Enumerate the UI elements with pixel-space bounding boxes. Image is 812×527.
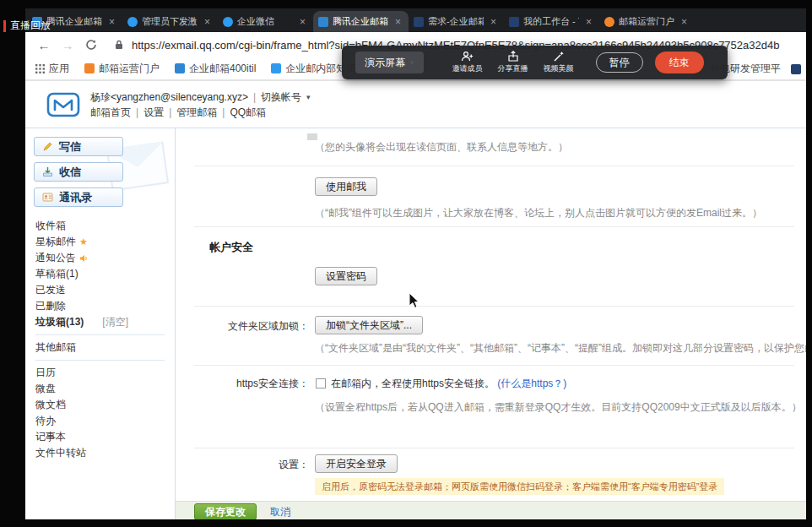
avatar-note: （您的头像将会出现在读信页面、联系人信息等地方。） bbox=[315, 140, 568, 155]
forward-button[interactable]: → bbox=[57, 35, 78, 55]
folder-announcements[interactable]: 通知公告 bbox=[25, 250, 175, 266]
folder-label: 日历 bbox=[35, 365, 56, 381]
bookmark-apps[interactable]: 应用 bbox=[35, 62, 69, 76]
speaker-icon bbox=[79, 254, 88, 263]
bookmark-label: 企业邮箱400itil bbox=[189, 62, 256, 76]
kb-favicon bbox=[271, 63, 281, 73]
sidebar-item-other-mailboxes[interactable]: 其他邮箱 bbox=[25, 340, 175, 356]
video-beauty-button[interactable]: 视频美颜 bbox=[540, 51, 577, 74]
tab-close-icon[interactable]: × bbox=[488, 16, 499, 28]
folder-label: 其他邮箱 bbox=[35, 340, 76, 356]
bookmark-favicon-only[interactable] bbox=[791, 64, 801, 74]
tab-title: 管理员下发激活码 bbox=[142, 15, 198, 28]
bookmark-label: 应用 bbox=[49, 62, 69, 76]
bookmark-itil[interactable]: 企业邮箱400itil bbox=[175, 62, 256, 76]
separator: | bbox=[169, 105, 171, 120]
reload-button[interactable] bbox=[81, 35, 101, 55]
compose-button[interactable]: 写信 bbox=[34, 137, 123, 156]
tab-close-icon[interactable]: × bbox=[202, 16, 213, 28]
folder-junk[interactable]: 垃圾箱(13) [清空] bbox=[25, 314, 175, 330]
browser-tab[interactable]: 我的工作台 - TAP × bbox=[504, 11, 599, 32]
contacts-label: 通讯录 bbox=[59, 190, 92, 205]
contacts-button[interactable]: 通讯录 bbox=[34, 187, 123, 207]
sidebar-item-todo[interactable]: 待办 bbox=[25, 413, 175, 429]
save-button[interactable]: 保存更改 bbox=[194, 503, 257, 519]
folder-label: 星标邮件 bbox=[35, 234, 76, 250]
browser-tab[interactable]: 需求-企业邮箱-TA × bbox=[409, 11, 504, 32]
folder-starred[interactable]: 星标邮件 ★ bbox=[25, 234, 175, 250]
end-button[interactable]: 结束 bbox=[655, 52, 704, 73]
header-text: 杨珍<yangzhen@silenceyang.xyz> | 切换帐号 ▾ 邮箱… bbox=[90, 90, 311, 120]
browser-tab[interactable]: 邮箱运营门户 × bbox=[599, 11, 695, 32]
portal-favicon bbox=[604, 17, 614, 27]
pause-button[interactable]: 暂停 bbox=[596, 52, 643, 73]
folder-sent[interactable]: 已发送 bbox=[25, 282, 175, 298]
folder-label: 通知公告 bbox=[35, 250, 76, 266]
compose-label: 写信 bbox=[59, 139, 81, 155]
invite-member-button[interactable]: 邀请成员 bbox=[449, 51, 486, 74]
secure-login-note: 启用后，原密码无法登录邮箱；网页版需使用微信扫码登录；客户端需使用“客户端专用密… bbox=[315, 478, 724, 495]
bookmark-portal[interactable]: 邮箱运营门户 bbox=[84, 62, 160, 76]
nav-mail-home[interactable]: 邮箱首页 bbox=[90, 105, 131, 120]
switch-account-link[interactable]: 切换帐号 bbox=[261, 90, 301, 105]
share-live-button[interactable]: 分享直播 bbox=[495, 51, 532, 74]
folder-lock-button[interactable]: 加锁“文件夹区域”... bbox=[315, 316, 423, 334]
screen: 直播回放 腾讯企业邮箱 × 管理员下发激活码 × 企业微信 × 腾讯企业邮箱 bbox=[0, 0, 812, 527]
browser-tab-active[interactable]: 腾讯企业邮箱 - 邮 × bbox=[313, 11, 409, 32]
https-option: 在邮箱内，全程使用https安全链接。 (什么是https？) bbox=[331, 377, 566, 391]
browser-tab[interactable]: 企业微信 × bbox=[218, 11, 313, 32]
sidebar-item-weidoc[interactable]: 微文档 bbox=[25, 397, 175, 413]
live-replay-badge: 直播回放 bbox=[3, 19, 51, 33]
chevron-down-icon: ▾ bbox=[306, 90, 311, 105]
sidebar-item-notes[interactable]: 记事本 bbox=[25, 429, 175, 445]
mailme-button[interactable]: 使用邮我 bbox=[315, 177, 377, 196]
tab-close-icon[interactable]: × bbox=[583, 16, 594, 28]
wecom-favicon bbox=[127, 17, 138, 27]
nav-settings[interactable]: 设置 bbox=[143, 105, 164, 120]
secure-login-button[interactable]: 开启安全登录 bbox=[315, 454, 398, 473]
receive-label: 收信 bbox=[59, 165, 81, 180]
back-button[interactable]: ← bbox=[34, 35, 54, 55]
star-icon: ★ bbox=[79, 234, 88, 250]
what-is-https-link[interactable]: (什么是https？) bbox=[497, 378, 566, 389]
nav-manage-mail[interactable]: 管理邮箱 bbox=[176, 105, 217, 120]
divider bbox=[194, 448, 794, 448]
sidebar-item-weidisk[interactable]: 微盘 bbox=[25, 381, 175, 397]
present-screen-button[interactable]: 演示屏幕 ▾ bbox=[355, 52, 424, 73]
contacts-icon bbox=[42, 192, 53, 203]
tab-title: 腾讯企业邮箱 - 邮 bbox=[333, 15, 388, 28]
settings-panel: （您的头像将会出现在读信页面、联系人信息等地方。） 使用邮我 （“邮我”组件可以… bbox=[176, 128, 806, 519]
sidebar-item-file-transfer[interactable]: 文件中转站 bbox=[25, 445, 175, 461]
folder-drafts[interactable]: 草稿箱(1) bbox=[25, 266, 175, 282]
exmail-logo bbox=[46, 91, 80, 118]
divider bbox=[194, 166, 794, 166]
folder-deleted[interactable]: 已删除 bbox=[25, 298, 175, 314]
folder-label: 收件箱 bbox=[35, 218, 66, 234]
set-password-button[interactable]: 设置密码 bbox=[315, 267, 377, 285]
folder-inbox[interactable]: 收件箱 bbox=[25, 218, 175, 234]
tab-close-icon[interactable]: × bbox=[679, 16, 690, 28]
divider bbox=[35, 360, 165, 361]
wecom-favicon bbox=[223, 17, 233, 27]
receive-icon bbox=[42, 166, 53, 177]
mail-header: 杨珍<yangzhen@silenceyang.xyz> | 切换帐号 ▾ 邮箱… bbox=[25, 81, 806, 128]
browser-tab[interactable]: 管理员下发激活码 × bbox=[122, 11, 218, 32]
mail-sidebar: 写信 收信 bbox=[25, 128, 176, 519]
junk-clear-link[interactable]: [清空] bbox=[102, 314, 128, 330]
nav-qq-mail[interactable]: QQ邮箱 bbox=[230, 105, 266, 120]
receive-button[interactable]: 收信 bbox=[34, 162, 123, 182]
cancel-link[interactable]: 取消 bbox=[270, 505, 290, 519]
sidebar-item-calendar[interactable]: 日历 bbox=[25, 365, 175, 381]
tab-close-icon[interactable]: × bbox=[106, 16, 117, 28]
folder-label: 微盘 bbox=[35, 381, 56, 397]
present-screen-label: 演示屏幕 bbox=[365, 56, 405, 70]
tab-title: 腾讯企业邮箱 bbox=[46, 15, 102, 28]
itil-favicon bbox=[175, 63, 185, 73]
https-checkbox[interactable] bbox=[316, 378, 326, 388]
folder-label: 微文档 bbox=[35, 397, 66, 413]
tab-close-icon[interactable]: × bbox=[297, 16, 308, 28]
folder-label: 待办 bbox=[35, 413, 56, 429]
divider bbox=[194, 365, 794, 366]
tab-close-icon[interactable]: × bbox=[392, 16, 403, 28]
secure-login-label: 设置： bbox=[176, 458, 309, 472]
